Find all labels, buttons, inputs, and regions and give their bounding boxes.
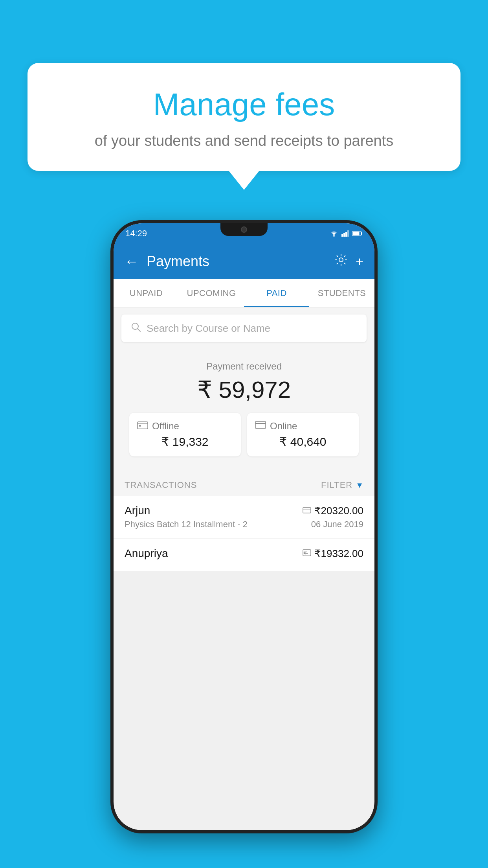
transaction-row-bottom: Physics Batch 12 Installment - 2 06 June…	[125, 519, 363, 530]
svg-rect-6	[361, 232, 362, 235]
bubble-title: Manage fees	[47, 86, 441, 123]
svg-point-8	[339, 258, 343, 262]
phone-body: 14:29	[110, 220, 378, 833]
svg-rect-16	[303, 508, 311, 513]
online-amount: ₹ 40,640	[255, 435, 351, 449]
transaction-amount: ₹19332.00	[314, 548, 363, 560]
payment-received-amount: ₹ 59,972	[121, 376, 367, 403]
search-input[interactable]: Search by Course or Name	[147, 322, 270, 335]
transaction-amount: ₹20320.00	[314, 505, 363, 517]
phone-screen: 14:29	[114, 223, 374, 830]
transaction-amount-row: ₹20320.00	[303, 505, 363, 517]
transaction-amount-row: ₹ ₹19332.00	[303, 548, 363, 560]
transaction-type-icon	[303, 506, 311, 516]
volume-down-button	[110, 341, 111, 373]
offline-payment-card: Offline ₹ 19,332	[129, 413, 241, 456]
svg-rect-3	[345, 232, 347, 237]
svg-line-10	[138, 329, 140, 331]
transaction-row-top: Anupriya ₹ ₹19332.00	[125, 547, 363, 560]
transaction-list: Arjun ₹20320.00 Physics	[114, 496, 374, 571]
svg-text:₹: ₹	[303, 551, 306, 555]
tab-paid[interactable]: PAID	[244, 279, 309, 307]
phone-wrapper: 14:29	[110, 220, 378, 833]
svg-point-0	[333, 235, 335, 237]
page-title: Payments	[147, 253, 327, 270]
add-button[interactable]: +	[356, 254, 363, 269]
volume-up-button	[110, 302, 111, 333]
svg-rect-1	[341, 234, 343, 237]
online-payment-card: Online ₹ 40,640	[247, 413, 359, 456]
online-label: Online	[270, 421, 297, 432]
phone-notch	[220, 223, 268, 236]
bubble-subtitle: of your students and send receipts to pa…	[47, 131, 441, 151]
svg-rect-7	[353, 232, 360, 235]
tab-unpaid[interactable]: UNPAID	[114, 279, 179, 307]
online-icon	[255, 421, 266, 431]
signal-icon	[341, 230, 349, 237]
svg-rect-13	[139, 425, 141, 427]
svg-rect-4	[347, 230, 349, 237]
transaction-row[interactable]: Arjun ₹20320.00 Physics	[114, 496, 374, 539]
transactions-label: TRANSACTIONS	[125, 480, 197, 490]
offline-amount: ₹ 19,332	[137, 435, 233, 449]
transaction-type-icon: ₹	[303, 548, 311, 559]
tab-bar: UNPAID UPCOMING PAID STUDENTS	[114, 279, 374, 307]
search-bar[interactable]: Search by Course or Name	[121, 314, 367, 342]
battery-icon	[352, 231, 363, 236]
status-icons	[330, 230, 363, 237]
transaction-row-top: Arjun ₹20320.00	[125, 504, 363, 517]
transaction-date: 06 June 2019	[311, 519, 363, 530]
offline-label: Offline	[152, 421, 179, 432]
svg-rect-11	[138, 422, 148, 429]
power-button	[377, 322, 378, 369]
payment-received-label: Payment received	[121, 361, 367, 372]
status-time: 14:29	[125, 228, 147, 239]
search-icon	[131, 322, 141, 335]
tab-students[interactable]: STUDENTS	[309, 279, 374, 307]
payment-cards-row: Offline ₹ 19,332 Online	[121, 413, 367, 464]
tab-upcoming[interactable]: UPCOMING	[179, 279, 244, 307]
svg-rect-14	[255, 421, 266, 428]
online-card-header: Online	[255, 421, 351, 432]
wifi-icon	[330, 230, 338, 237]
filter-container[interactable]: FILTER ▼	[321, 480, 363, 490]
filter-icon: ▼	[356, 481, 363, 490]
transactions-header: TRANSACTIONS FILTER ▼	[114, 472, 374, 496]
back-button[interactable]: ←	[125, 253, 139, 270]
transaction-name: Anupriya	[125, 547, 168, 560]
offline-icon	[137, 421, 148, 432]
payment-received-section: Payment received ₹ 59,972	[114, 349, 374, 472]
front-camera	[241, 226, 247, 233]
search-container: Search by Course or Name	[114, 307, 374, 349]
transaction-desc: Physics Batch 12 Installment - 2	[125, 519, 248, 530]
svg-rect-2	[343, 233, 345, 237]
offline-card-header: Offline	[137, 421, 233, 432]
app-header: ← Payments +	[114, 244, 374, 279]
transaction-name: Arjun	[125, 504, 150, 517]
filter-label: FILTER	[321, 480, 352, 490]
settings-button[interactable]	[334, 253, 348, 270]
speech-bubble: Manage fees of your students and send re…	[28, 63, 460, 171]
transaction-row[interactable]: Anupriya ₹ ₹19332.00	[114, 539, 374, 571]
